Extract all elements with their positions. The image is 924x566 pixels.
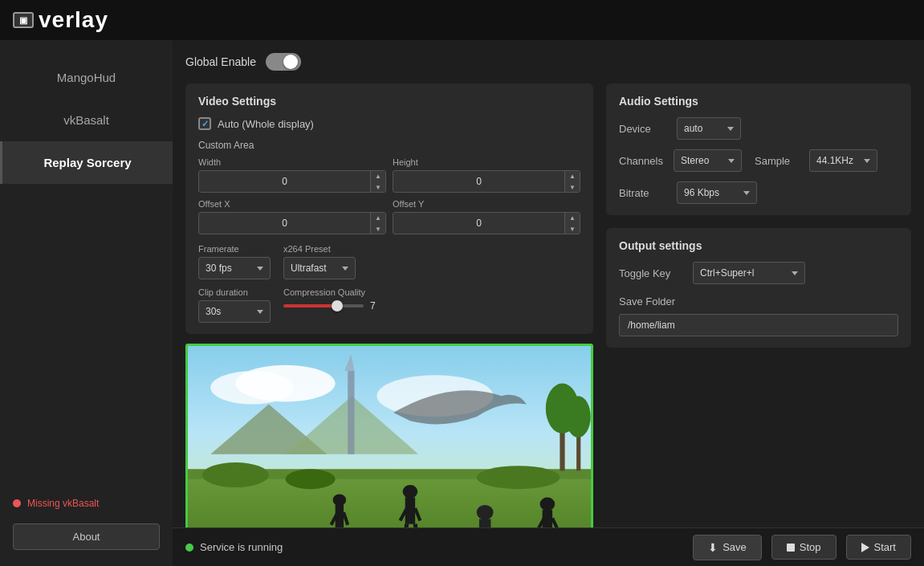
bitrate-value: 96 Kbps (684, 187, 739, 198)
toggle-key-value: Ctrl+Super+l (700, 267, 787, 279)
toggle-slider (266, 53, 301, 71)
svg-point-31 (540, 498, 556, 511)
offset-y-field: Offset Y ▲ ▼ (393, 199, 580, 234)
missing-warning-dot (13, 499, 21, 507)
framerate-value: 30 fps (206, 263, 252, 274)
sidebar-warning: Missing vkBasalt (0, 490, 173, 517)
main-layout: MangoHud vkBasalt Replay Sorcery Missing… (0, 40, 924, 566)
framerate-select[interactable]: 30 fps (198, 257, 271, 279)
auto-display-label: Auto (Whole display) (218, 118, 314, 130)
x264-preset-group: x264 Preset Ultrafast (283, 244, 356, 279)
clip-duration-label: Clip duration (198, 287, 271, 297)
width-field: Width ▲ ▼ (198, 157, 386, 193)
width-up[interactable]: ▲ (371, 170, 385, 181)
global-enable-label: Global Enable (185, 55, 256, 68)
framerate-label: Framerate (198, 244, 271, 254)
svg-point-13 (333, 494, 347, 506)
auto-display-checkbox[interactable] (198, 117, 211, 130)
auto-display-row: Auto (Whole display) (198, 117, 580, 130)
status-indicator: Service is running (185, 541, 283, 553)
content-body: Global Enable Video Settings (173, 40, 924, 527)
offset-x-down[interactable]: ▼ (371, 223, 385, 234)
status-dot (185, 544, 193, 552)
clip-duration-chevron (257, 310, 263, 314)
global-enable-row: Global Enable (185, 53, 911, 71)
settings-columns: Video Settings Auto (Whole display) Cust… (185, 83, 911, 527)
topbar: ▣ verlay (0, 0, 924, 40)
compression-row: Clip duration 30s Compression Quality (198, 287, 580, 323)
offset-x-label: Offset X (198, 199, 386, 209)
bitrate-select[interactable]: 96 Kbps (677, 181, 757, 204)
compression-quality-slider[interactable] (283, 304, 364, 307)
save-button[interactable]: ⬇ Save (693, 535, 762, 560)
width-input[interactable] (199, 176, 370, 187)
offset-x-up[interactable]: ▲ (371, 212, 385, 223)
device-row: Device auto (619, 117, 898, 140)
bitrate-row: Bitrate 96 Kbps (619, 181, 898, 204)
sidebar-item-mangohud[interactable]: MangoHud (0, 56, 173, 99)
compression-quality-group: Compression Quality 7 (283, 287, 380, 323)
sidebar-item-vkbasalt[interactable]: vkBasalt (0, 99, 173, 141)
offset-y-input[interactable] (393, 218, 564, 229)
framerate-chevron (257, 267, 263, 271)
offset-x-input[interactable] (199, 218, 370, 229)
sidebar-item-replay-sorcery[interactable]: Replay Sorcery (0, 141, 173, 184)
width-down[interactable]: ▼ (371, 181, 385, 193)
width-spinner[interactable]: ▲ ▼ (198, 170, 386, 193)
svg-point-19 (403, 485, 418, 499)
clip-duration-value: 30s (206, 306, 252, 317)
bottom-bar: Service is running ⬇ Save Stop Start (173, 527, 924, 566)
width-label: Width (198, 157, 386, 167)
device-label: Device (619, 123, 667, 135)
custom-area-label: Custom Area (198, 140, 580, 151)
height-up[interactable]: ▲ (565, 170, 580, 181)
offset-x-arrows: ▲ ▼ (370, 212, 385, 234)
save-folder-input[interactable] (619, 314, 898, 336)
offset-y-arrows: ▲ ▼ (564, 212, 580, 234)
save-icon: ⬇ (708, 541, 718, 554)
offset-y-label: Offset Y (393, 199, 580, 209)
device-chevron (727, 127, 734, 131)
x264-preset-chevron (342, 267, 348, 271)
x264-preset-select[interactable]: Ultrafast (283, 257, 356, 279)
missing-warning-text: Missing vkBasalt (27, 498, 99, 509)
x264-preset-value: Ultrafast (291, 263, 337, 274)
height-field: Height ▲ ▼ (393, 157, 580, 193)
device-select[interactable]: auto (677, 117, 741, 140)
svg-point-12 (477, 466, 560, 489)
sample-select[interactable]: 44.1KHz (809, 149, 877, 172)
height-label: Height (393, 157, 580, 167)
app-logo: ▣ verlay (13, 7, 108, 33)
height-input[interactable] (393, 176, 564, 187)
svg-point-25 (477, 505, 494, 520)
content: Global Enable Video Settings (173, 40, 924, 566)
preview-area (185, 344, 593, 527)
bitrate-label: Bitrate (619, 187, 667, 199)
offset-y-down[interactable]: ▼ (565, 223, 580, 234)
offset-x-spinner[interactable]: ▲ ▼ (198, 212, 386, 234)
offset-y-up[interactable]: ▲ (565, 212, 580, 223)
offset-y-spinner[interactable]: ▲ ▼ (393, 212, 580, 234)
about-button[interactable]: About (13, 523, 160, 550)
global-enable-toggle[interactable] (266, 53, 301, 71)
stop-button[interactable]: Stop (771, 535, 836, 560)
channels-select[interactable]: Stereo (674, 149, 742, 172)
svg-point-11 (286, 469, 336, 489)
sample-chevron (864, 159, 870, 163)
start-icon (861, 543, 869, 552)
video-settings-title: Video Settings (198, 95, 580, 108)
toggle-key-row: Toggle Key Ctrl+Super+l (619, 262, 898, 284)
toggle-knob (283, 55, 298, 69)
x264-preset-label: x264 Preset (283, 244, 356, 254)
toggle-key-chevron (792, 271, 798, 275)
toggle-key-select[interactable]: Ctrl+Super+l (693, 262, 805, 284)
channels-sample-row: Channels Stereo Sample 44.1KHz (619, 149, 898, 172)
clip-duration-select[interactable]: 30s (198, 300, 271, 323)
height-down[interactable]: ▼ (565, 181, 580, 193)
height-spinner[interactable]: ▲ ▼ (393, 170, 580, 193)
video-settings-panel: Video Settings Auto (Whole display) Cust… (185, 83, 593, 334)
start-button[interactable]: Start (846, 535, 911, 560)
settings-right: Audio Settings Device auto (606, 83, 911, 527)
audio-settings-title: Audio Settings (619, 95, 898, 108)
device-value: auto (684, 123, 723, 134)
